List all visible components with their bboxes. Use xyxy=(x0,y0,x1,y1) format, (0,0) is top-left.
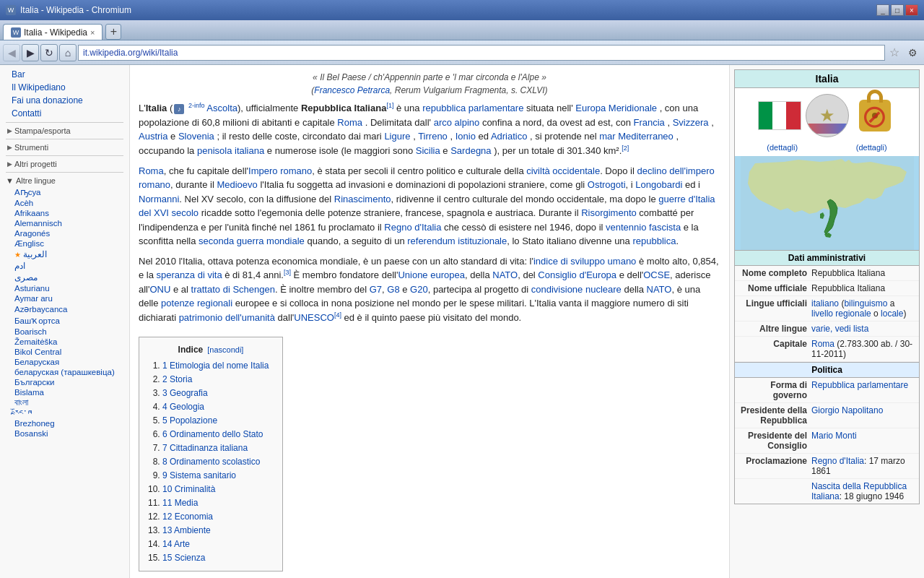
tab-close-button[interactable]: × xyxy=(90,28,95,37)
longobardi-link[interactable]: Longobardi xyxy=(635,179,682,190)
sidebar-section-stampa[interactable]: ▶ Stampa/esporta xyxy=(0,125,129,137)
regno-italia-link[interactable]: Regno d'Italia xyxy=(811,456,864,466)
repubblica-link[interactable]: repubblica xyxy=(632,236,676,246)
settings-button[interactable]: ⚙ xyxy=(904,44,921,61)
flag-detail-link[interactable]: (dettagli) xyxy=(767,143,798,152)
ref-4[interactable]: [4] xyxy=(334,311,341,319)
sidebar-lang-ang[interactable]: Ænglisc xyxy=(0,238,129,249)
adriatico-link[interactable]: Adriatico xyxy=(491,131,528,142)
penisola-link[interactable]: penisola italiana xyxy=(197,145,264,156)
condivisione-link[interactable]: condivisione nucleare xyxy=(531,284,622,295)
toc-link-3[interactable]: 3 Geografia xyxy=(162,388,208,398)
sidebar-lang-dz[interactable]: རྫོང་ཁ xyxy=(0,408,129,418)
toc-hide-button[interactable]: [nascondi] xyxy=(207,344,243,356)
austria-link[interactable]: Austria xyxy=(139,131,167,142)
toc-link-7[interactable]: 7 Cittadinanza italiana xyxy=(162,443,248,453)
g20-link[interactable]: G20 xyxy=(410,284,428,295)
toc-link-8[interactable]: 8 Ordinamento scolastico xyxy=(162,457,260,467)
normanni-link[interactable]: Normanni xyxy=(139,194,179,204)
toc-link-11[interactable]: 11 Media xyxy=(162,498,198,508)
consiglio-link[interactable]: Consiglio d'Europa xyxy=(538,269,616,280)
arco-alpino-link[interactable]: arco alpino xyxy=(434,117,480,128)
rep-parlamentare-link[interactable]: repubblica parlamentare xyxy=(422,103,523,113)
ostrogoti-link[interactable]: Ostrogoti xyxy=(588,179,626,190)
ligure-link[interactable]: Ligure xyxy=(384,131,410,142)
ref-2[interactable]: [2] xyxy=(622,144,629,152)
rep-parl-link[interactable]: Repubblica parlamentare xyxy=(811,380,908,390)
napolitano-link[interactable]: Giorgio Napolitano xyxy=(811,405,883,415)
close-button[interactable]: × xyxy=(905,4,918,16)
varie-link[interactable]: varie, vedi lista xyxy=(811,324,868,334)
sidebar-lang-ar[interactable]: العربية xyxy=(0,249,129,260)
sidebar-item-wikipediano[interactable]: Il Wikipediano xyxy=(0,81,129,94)
g7-link[interactable]: G7 xyxy=(370,284,382,295)
toc-link-6[interactable]: 6 Ordinamento dello Stato xyxy=(162,429,263,439)
nato-link[interactable]: NATO xyxy=(492,269,518,280)
sidebar-section-lingue[interactable]: ▼ Altre lingue xyxy=(0,175,129,186)
mar-mediterraneo-link[interactable]: mar Mediterraneo xyxy=(599,131,674,142)
address-bar[interactable]: it.wikipedia.org/wiki/Italia xyxy=(78,45,885,61)
sidebar-lang-bg[interactable]: Български xyxy=(0,377,129,387)
sidebar-lang-bcl[interactable]: Bikol Central xyxy=(0,347,129,357)
indice-link[interactable]: indice di sviluppo umano xyxy=(533,256,636,267)
toc-link-13[interactable]: 13 Ambiente xyxy=(162,525,211,535)
toc-link-15[interactable]: 15 Scienza xyxy=(162,553,205,563)
sidebar-lang-als[interactable]: Alemannisch xyxy=(0,218,129,228)
toc-link-1[interactable]: 1 Etimologia del nome Italia xyxy=(162,361,269,371)
speranza-link[interactable]: speranza di vita xyxy=(157,269,222,280)
sidebar-lang-ast[interactable]: Asturianu xyxy=(0,283,129,293)
monti-link[interactable]: Mario Monti xyxy=(811,431,857,441)
ventennio-link[interactable]: ventennio fascista xyxy=(606,222,681,233)
sidebar-lang-bs[interactable]: Bosanski xyxy=(0,428,129,439)
forward-button[interactable]: ▶ xyxy=(22,44,39,61)
toc-link-4[interactable]: 4 Geologia xyxy=(162,402,204,412)
roma-link-2[interactable]: Roma xyxy=(139,165,164,176)
sicilia-link[interactable]: Sicilia xyxy=(416,145,440,156)
sidebar-lang-bar[interactable]: Boarisch xyxy=(0,327,129,337)
toc-link-9[interactable]: 9 Sistema sanitario xyxy=(162,470,236,480)
bookmark-button[interactable]: ☆ xyxy=(886,45,902,61)
sidebar-section-strumenti[interactable]: ▶ Strumenti xyxy=(0,142,129,153)
livello-regionale-link[interactable]: livello regionale xyxy=(811,309,871,319)
sidebar-lang-bn[interactable]: বাংলা xyxy=(0,397,129,408)
sidebar-lang-arz[interactable]: مصرى xyxy=(0,272,129,283)
civilta-link[interactable]: civiltà occidentale xyxy=(526,165,600,176)
sidebar-item-contacts[interactable]: Contatti xyxy=(0,107,129,120)
nato2-link[interactable]: NATO xyxy=(647,284,672,295)
regno-link[interactable]: Regno d'Italia xyxy=(384,222,441,233)
sidebar-lang-ab[interactable]: Аҧсуа xyxy=(0,186,129,198)
emblem-detail-link[interactable]: (dettagli) xyxy=(856,143,887,152)
toc-link-12[interactable]: 12 Economia xyxy=(162,512,213,522)
risorgimento-link[interactable]: Risorgimento xyxy=(581,207,637,218)
medioevo-link[interactable]: Medioevo xyxy=(217,179,257,190)
tirreno-link[interactable]: Tirreno xyxy=(418,131,448,142)
sidebar-lang-az[interactable]: Azərbaycanca xyxy=(0,303,129,315)
europa-meridionale-link[interactable]: Europa Meridionale xyxy=(575,103,657,113)
active-tab[interactable]: W Italia - Wikipedia × xyxy=(3,24,103,40)
locale-link[interactable]: locale xyxy=(881,309,903,319)
intro-ascolta-link[interactable]: 2-info Ascolta xyxy=(188,103,237,113)
ocse-link[interactable]: OCSE xyxy=(643,269,670,280)
sidebar-lang-br[interactable]: Brezhoneg xyxy=(0,418,129,428)
sidebar-lang-bat[interactable]: Žemaitėška xyxy=(0,337,129,347)
toc-link-14[interactable]: 14 Arte xyxy=(162,539,190,549)
sidebar-lang-be[interactable]: Беларуская xyxy=(0,357,129,367)
bilinguismo-link[interactable]: bilinguismo xyxy=(844,298,887,309)
quote-author-link[interactable]: Francesco Petrarca xyxy=(314,85,390,95)
new-tab-button[interactable]: + xyxy=(105,24,121,40)
minimize-button[interactable]: _ xyxy=(876,4,889,16)
toc-link-2[interactable]: 2 Storia xyxy=(162,374,192,384)
francia-link[interactable]: Francia xyxy=(633,117,664,128)
sidebar-lang-ay[interactable]: Aymar aru xyxy=(0,293,129,303)
maximize-button[interactable]: □ xyxy=(891,4,904,16)
seconda-guerra-link[interactable]: seconda guerra mondiale xyxy=(199,236,305,246)
sidebar-lang-af[interactable]: Afrikaans xyxy=(0,208,129,218)
audio-icon[interactable]: ♪ xyxy=(174,104,184,114)
referendum-link[interactable]: referendum istituzionale xyxy=(407,236,507,246)
unesco-link[interactable]: UNESCO xyxy=(294,312,334,323)
onu-link[interactable]: ONU xyxy=(150,284,171,295)
sardegna-link[interactable]: Sardegna xyxy=(450,145,491,156)
home-button[interactable]: ⌂ xyxy=(59,44,77,61)
sidebar-lang-ba[interactable]: Башҡортса xyxy=(0,315,129,327)
sidebar-lang-bi[interactable]: Bislama xyxy=(0,387,129,397)
